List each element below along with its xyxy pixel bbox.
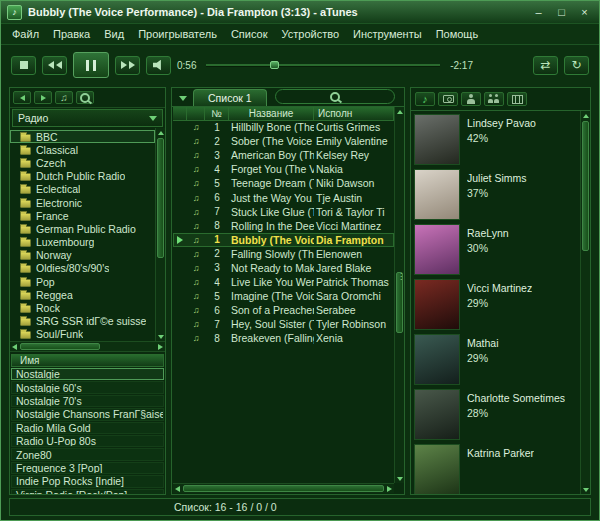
table-row[interactable]: 8Breakeven (Falling to Piec...Xenia	[173, 331, 394, 345]
tree-vertical-scrollbar[interactable]	[155, 128, 165, 341]
column-header-icon[interactable]	[187, 107, 205, 120]
folder-item[interactable]: Rock	[10, 301, 155, 314]
folder-item[interactable]: Electronic	[10, 196, 155, 209]
scroll-up-button[interactable]	[395, 107, 404, 116]
artist-card[interactable]: Lindsey Pavao42%	[414, 114, 578, 169]
folder-item[interactable]: Soul/Funk	[10, 328, 155, 341]
artist-card[interactable]: Vicci Martinez29%	[414, 279, 578, 334]
column-header-indicator[interactable]	[173, 107, 187, 120]
artist-card[interactable]: Juliet Simms37%	[414, 169, 578, 224]
context-vertical-scrollbar[interactable]	[580, 111, 590, 494]
station-item[interactable]: Zone80	[11, 448, 164, 460]
table-row[interactable]: 4Live Like You Were Dying ...Patrick Tho…	[173, 275, 394, 289]
tree-horizontal-scrollbar[interactable]	[10, 342, 165, 352]
artist-card[interactable]: Mathai29%	[414, 334, 578, 389]
play-pause-button[interactable]	[73, 52, 109, 78]
tab-table[interactable]	[507, 92, 527, 106]
menu-device[interactable]: Устройство	[274, 26, 346, 42]
table-row[interactable]: 2Sober (The Voice Perform...Emily Valent…	[173, 134, 394, 148]
folder-item[interactable]: German Public Radio	[10, 222, 155, 235]
volume-button[interactable]	[146, 56, 171, 75]
playlist-vertical-scrollbar[interactable]: ⋮	[394, 107, 404, 483]
menu-player[interactable]: Проигрыватель	[131, 26, 224, 42]
folder-item[interactable]: SRG SSR idГ©e suisse	[10, 315, 155, 328]
folder-item[interactable]: Classical	[10, 143, 155, 156]
folder-item[interactable]: Luxembourg	[10, 236, 155, 249]
tab-artist[interactable]	[461, 92, 481, 106]
artist-card[interactable]: RaeLynn30%	[414, 224, 578, 279]
maximize-button[interactable]: □	[553, 5, 570, 20]
folder-item[interactable]: Czech	[10, 156, 155, 169]
table-row[interactable]: 7Hey, Soul Sister (The Voic...Tyler Robi…	[173, 317, 394, 331]
stop-button[interactable]	[11, 56, 36, 75]
station-item[interactable]: Virgin Radio [Rock/Pop]	[11, 489, 164, 494]
menu-edit[interactable]: Правка	[46, 26, 97, 42]
station-item[interactable]: Nostalgie Chansons FranГ§aises	[11, 408, 164, 420]
next-button[interactable]	[115, 56, 140, 75]
menu-tools[interactable]: Инструменты	[346, 26, 429, 42]
table-row[interactable]: 3Not Ready to Make Nice (...Jared Blake	[173, 261, 394, 275]
table-row[interactable]: 7Stuck Like Glue (The Voic...Tori & Tayl…	[173, 205, 394, 219]
progress-thumb[interactable]	[270, 61, 279, 69]
scroll-down-button[interactable]	[395, 474, 404, 483]
station-item[interactable]: Nostalgie 60's	[11, 381, 164, 393]
scroll-down-button[interactable]	[581, 485, 590, 494]
menu-playlist[interactable]: Список	[224, 26, 275, 42]
title-bar[interactable]: ♪ Bubbly (The Voice Performance) - Dia F…	[1, 1, 599, 24]
playlist-search-input[interactable]	[275, 89, 395, 104]
scroll-left-button[interactable]	[173, 484, 182, 493]
table-row[interactable]: 4Forget You (The Voice Pe...Nakia	[173, 162, 394, 176]
station-item[interactable]: Nostalgie	[11, 368, 164, 380]
folder-item[interactable]: Dutch Public Radio	[10, 170, 155, 183]
tab-menu-button[interactable]	[177, 92, 189, 104]
artist-card[interactable]: Katrina Parker	[414, 444, 578, 494]
station-item[interactable]: Nostalgie 70's	[11, 395, 164, 407]
table-row[interactable]: 8Rolling In the Deep (The ...Vicci Marti…	[173, 219, 394, 233]
table-row[interactable]: 5Teenage Dream (The Voic...Niki Dawson	[173, 176, 394, 190]
nav-music-button[interactable]: ♫	[55, 91, 73, 104]
nav-back-button[interactable]	[13, 91, 31, 104]
playlist-tab[interactable]: Список 1	[193, 89, 267, 106]
folder-item[interactable]: Oldies/80's/90's	[10, 262, 155, 275]
folder-item[interactable]: Norway	[10, 249, 155, 262]
previous-button[interactable]	[42, 56, 67, 75]
progress-track[interactable]	[206, 64, 440, 67]
column-header-number[interactable]: №	[205, 107, 229, 120]
table-row[interactable]: 5Imagine (The Voice Perfo...Sara Oromchi	[173, 289, 394, 303]
folder-item[interactable]: Reggea	[10, 288, 155, 301]
tab-album[interactable]	[438, 92, 458, 106]
source-selector[interactable]: Радио	[12, 109, 163, 127]
station-item[interactable]: Radio Mila Gold	[11, 422, 164, 434]
scroll-down-button[interactable]	[156, 332, 165, 341]
close-button[interactable]: ×	[576, 5, 593, 20]
folder-item[interactable]: France	[10, 209, 155, 222]
column-header-title[interactable]: Название	[229, 107, 314, 120]
menu-view[interactable]: Вид	[97, 26, 131, 42]
folder-item[interactable]: BBC	[10, 130, 155, 143]
playlist-horizontal-scrollbar[interactable]	[173, 483, 394, 493]
table-row[interactable]: 6Just the Way You Are (Th...Tje Austin	[173, 190, 394, 204]
table-row[interactable]: 2Falling Slowly (The Voice ...Elenowen	[173, 247, 394, 261]
column-header-artist[interactable]: Исполн	[314, 107, 394, 120]
station-item[interactable]: Frequence 3 [Pop]	[11, 462, 164, 474]
scroll-thumb[interactable]	[157, 138, 164, 258]
tab-similar-artists[interactable]	[484, 92, 504, 106]
progress-slider[interactable]	[206, 59, 440, 71]
table-row[interactable]: 6Son of a Preacher Man (T...Serabee	[173, 303, 394, 317]
nav-forward-button[interactable]	[34, 91, 52, 104]
folder-item[interactable]: Eclectical	[10, 183, 155, 196]
table-row[interactable]: 1Hillbilly Bone (The Voice ...Curtis Gri…	[173, 120, 394, 134]
artist-card[interactable]: Charlotte Sometimes28%	[414, 389, 578, 444]
scroll-right-button[interactable]	[385, 484, 394, 493]
folder-item[interactable]: Pop	[10, 275, 155, 288]
station-item[interactable]: Indie Pop Rocks [Indie]	[11, 475, 164, 487]
repeat-button[interactable]: ↻	[564, 56, 589, 75]
minimize-button[interactable]: –	[530, 5, 547, 20]
station-item[interactable]: Radio U-Pop 80s	[11, 435, 164, 447]
tab-song-info[interactable]: ♪	[415, 92, 435, 106]
scroll-thumb[interactable]	[582, 121, 589, 251]
scroll-thumb[interactable]	[183, 485, 384, 492]
scroll-right-button[interactable]	[156, 342, 165, 351]
scroll-thumb[interactable]	[20, 343, 100, 350]
scroll-up-button[interactable]	[156, 128, 165, 137]
